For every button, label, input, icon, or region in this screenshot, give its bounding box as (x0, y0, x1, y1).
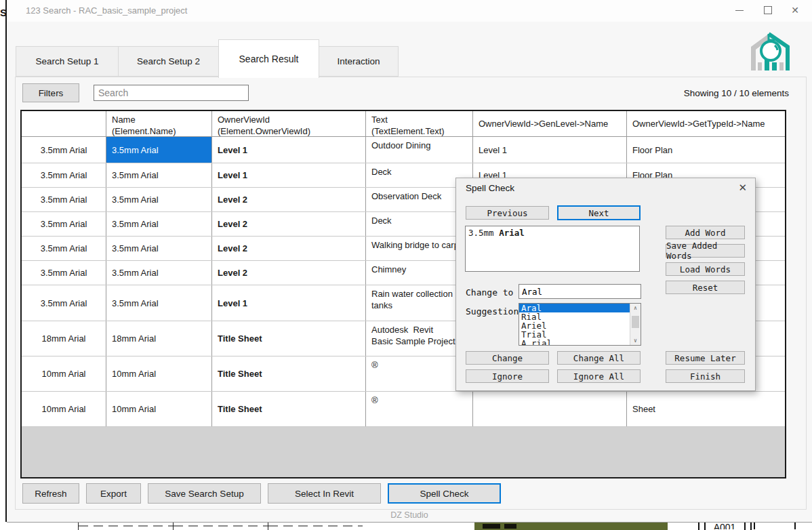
scroll-up-icon[interactable]: ∧ (630, 304, 641, 312)
background-sheet-strip: A001 (0, 522, 812, 530)
table-cell[interactable]: Level 2 (212, 188, 366, 211)
table-cell[interactable]: 3.5mm Arial (22, 137, 106, 163)
table-cell[interactable]: 18mm Arial (106, 321, 212, 356)
checked-text-box[interactable]: 3.5mm Arial (465, 226, 640, 272)
table-cell[interactable]: 10mm Arial (106, 356, 212, 391)
filters-button[interactable]: Filters (22, 83, 79, 102)
table-row: 3.5mm Arial 3.5mm Arial Level 1 Outdoor … (22, 137, 785, 163)
column-header-ownerviewid: OwnerViewId(Element.OwnerViewId) (212, 111, 366, 136)
table-cell[interactable]: 10mm Arial (22, 356, 106, 391)
save-search-setup-button[interactable]: Save Search Setup (148, 483, 261, 504)
search-input[interactable] (94, 85, 249, 101)
table-cell[interactable]: 10mm Arial (106, 392, 212, 426)
dialog-close-icon[interactable]: ✕ (738, 182, 747, 194)
close-button[interactable]: ✕ (784, 0, 807, 20)
resume-later-button[interactable]: Resume Later (666, 351, 745, 365)
table-cell[interactable]: Level 1 (212, 285, 366, 321)
table-cell[interactable]: 3.5mm Arial (22, 285, 106, 321)
save-added-words-button[interactable]: Save Added Words (666, 244, 745, 258)
table-cell[interactable]: Title Sheet (212, 356, 366, 391)
export-button[interactable]: Export (86, 483, 141, 504)
table-cell[interactable]: Floor Plan (627, 137, 785, 163)
change-to-input[interactable] (519, 284, 641, 299)
table-cell[interactable]: Outdoor Dining (366, 137, 473, 163)
column-header-text: Text(TextElement.Text) (366, 111, 473, 136)
next-button[interactable]: Next (557, 205, 641, 220)
close-icon: ✕ (791, 5, 799, 15)
column-header-gettypeid-name: OwnerViewId->GetTypeId->Name (627, 111, 785, 136)
table-cell[interactable]: 3.5mm Arial (106, 212, 212, 236)
table-cell[interactable]: Title Sheet (212, 392, 366, 426)
table-cell-selected[interactable]: 3.5mm Arial (106, 137, 212, 163)
table-cell[interactable]: 3.5mm Arial (22, 188, 106, 211)
background-rendering-image (474, 523, 668, 530)
table-cell[interactable]: 3.5mm Arial (22, 163, 106, 187)
table-empty-area (22, 427, 785, 477)
listbox-scrollbar[interactable]: ∧ ∨ (630, 304, 641, 345)
table-cell[interactable]: ® (366, 392, 473, 426)
background-sheet-cell (754, 522, 796, 529)
load-words-button[interactable]: Load Words (666, 262, 745, 276)
sheet-number-label: A001 (706, 522, 743, 529)
table-cell[interactable]: Level 1 (212, 137, 366, 163)
suggestions-listbox: Aral Rial Ariel Trial A rial ∧ ∨ (519, 303, 641, 346)
table-row: 10mm Arial 10mm Arial Title Sheet ® Shee… (22, 392, 785, 427)
maximize-button[interactable] (756, 0, 779, 20)
table-cell[interactable] (473, 392, 627, 426)
spell-check-dialog: Spell Check ✕ Previous Next 3.5mm Arial … (455, 178, 756, 391)
ignore-button[interactable]: Ignore (466, 369, 549, 383)
credit-label: DZ Studio (7, 510, 812, 520)
minimize-icon (735, 10, 744, 11)
title-bar: 123 Search - RAC_basic_sample_project ✕ (7, 0, 812, 22)
table-cell[interactable]: Level 1 (473, 137, 627, 163)
previous-button[interactable]: Previous (466, 206, 549, 220)
dialog-title: Spell Check (466, 183, 514, 193)
table-cell[interactable]: 3.5mm Arial (22, 261, 106, 285)
table-cell[interactable]: 3.5mm Arial (106, 163, 212, 187)
background-letter: S (0, 7, 5, 18)
maximize-icon (764, 6, 772, 14)
misspelled-word: Arial (499, 228, 525, 238)
scrollbar-thumb[interactable] (632, 316, 639, 328)
table-cell[interactable]: 3.5mm Arial (106, 285, 212, 321)
suggestion-item[interactable]: A rial (519, 339, 641, 346)
table-cell[interactable]: Level 2 (212, 261, 366, 285)
table-header-row: Name(Element.Name) OwnerViewId(Element.O… (22, 111, 785, 137)
column-header-genlevel-name: OwnerViewId->GenLevel->Name (473, 111, 627, 136)
change-to-label: Change to (466, 287, 513, 298)
table-cell[interactable]: Level 1 (212, 163, 366, 187)
table-cell[interactable]: Level 2 (212, 237, 366, 260)
tab-interaction[interactable]: Interaction (319, 46, 399, 77)
table-cell[interactable]: 3.5mm Arial (22, 212, 106, 236)
minimize-button[interactable] (728, 0, 751, 20)
table-cell[interactable]: 3.5mm Arial (106, 188, 212, 211)
change-all-button[interactable]: Change All (557, 351, 641, 365)
window-title: 123 Search - RAC_basic_sample_project (26, 5, 187, 16)
table-cell[interactable]: 10mm Arial (22, 392, 106, 426)
ignore-all-button[interactable]: Ignore All (557, 369, 641, 383)
tab-search-setup-2[interactable]: Search Setup 2 (118, 46, 219, 77)
select-in-revit-button[interactable]: Select In Revit (268, 483, 381, 504)
table-cell[interactable]: Title Sheet (212, 321, 366, 356)
suggestions-label: Suggestions (466, 306, 524, 317)
table-cell[interactable]: Level 2 (212, 212, 366, 236)
change-button[interactable]: Change (466, 351, 549, 365)
table-cell[interactable]: 3.5mm Arial (106, 237, 212, 260)
add-word-button[interactable]: Add Word (666, 226, 745, 239)
spell-check-button[interactable]: Spell Check (388, 483, 501, 504)
tab-search-result[interactable]: Search Result (218, 39, 319, 78)
table-cell[interactable]: 18mm Arial (22, 321, 106, 356)
refresh-button[interactable]: Refresh (22, 483, 79, 504)
app-logo-icon (740, 28, 797, 81)
app-window: 123 Search - RAC_basic_sample_project ✕ … (7, 0, 812, 523)
table-cell[interactable]: 3.5mm Arial (22, 237, 106, 260)
column-header-blank (22, 111, 106, 136)
reset-button[interactable]: Reset (666, 281, 745, 294)
background-sheet-line (744, 522, 752, 530)
tab-search-setup-1[interactable]: Search Setup 1 (16, 46, 119, 77)
showing-count-label: Showing 10 / 10 elements (684, 88, 789, 98)
scroll-down-icon[interactable]: ∨ (630, 336, 641, 345)
table-cell[interactable]: Sheet (627, 392, 785, 426)
table-cell[interactable]: 3.5mm Arial (106, 261, 212, 285)
finish-button[interactable]: Finish (666, 369, 745, 383)
